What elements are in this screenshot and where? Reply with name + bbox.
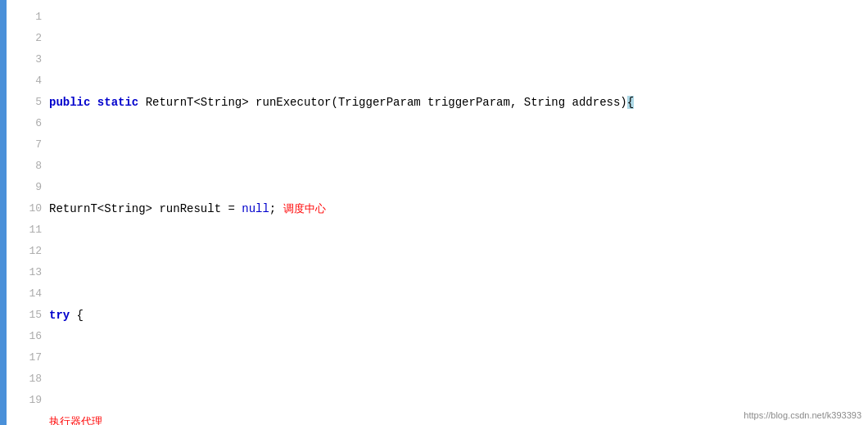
code-editor: 1 2 3 4 5 6 7 8 9 10 11 12 13 14 15 16 1…	[0, 0, 868, 425]
code-line-1: public static ReturnT<String> runExecuto…	[49, 92, 868, 113]
code-line-2: ReturnT<String> runResult = null; 调度中心	[49, 198, 868, 219]
annotation-executor-proxy: 执行器代理	[49, 415, 102, 425]
code-line-3: try {	[49, 305, 868, 326]
annotation-dispatcher: 调度中心	[283, 202, 326, 215]
code-content: public static ReturnT<String> runExecuto…	[0, 0, 868, 425]
watermark: https://blog.csdn.net/k393393	[744, 410, 861, 420]
